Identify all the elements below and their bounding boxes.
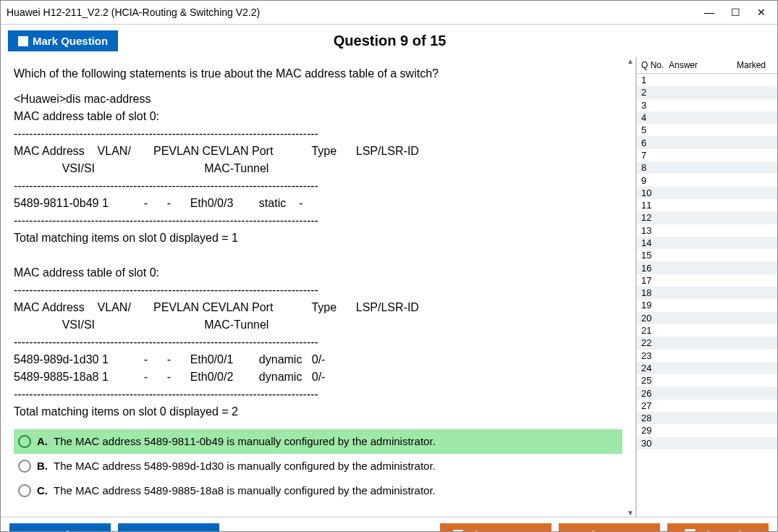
list-row[interactable]: 3 xyxy=(637,99,777,111)
qno-cell: 12 xyxy=(641,212,669,223)
list-row[interactable]: 15 xyxy=(637,249,777,261)
qno-cell: 18 xyxy=(641,287,669,298)
list-row[interactable]: 1 xyxy=(637,74,777,86)
col-qno: Q No. xyxy=(641,60,669,70)
qno-cell: 8 xyxy=(641,162,669,173)
window-controls: — ☐ ✕ xyxy=(699,4,771,21)
window-title: Huawei H12-211_V2.2 (HCIA-Routing & Swit… xyxy=(7,7,260,18)
scroll-up-icon[interactable]: ▲ xyxy=(627,57,634,65)
list-row[interactable]: 21 xyxy=(637,324,777,337)
qno-cell: 29 xyxy=(641,425,669,436)
qno-cell: 22 xyxy=(641,337,669,348)
previous-button[interactable]: < Previous xyxy=(9,523,111,532)
scroll-down-icon[interactable]: ▼ xyxy=(627,509,634,517)
list-row[interactable]: 13 xyxy=(637,224,777,237)
qno-cell: 2 xyxy=(641,87,669,98)
qno-cell: 17 xyxy=(641,275,669,286)
list-row[interactable]: 20 xyxy=(637,312,777,324)
qno-cell: 30 xyxy=(641,438,669,449)
list-row[interactable]: 27 xyxy=(637,400,777,412)
answer-option[interactable]: C.The MAC address 5489-9885-18a8 is manu… xyxy=(14,478,622,503)
qno-cell: 25 xyxy=(641,375,669,386)
show-list-label: Show List xyxy=(700,528,751,532)
question-counter: Question 9 of 15 xyxy=(118,33,661,49)
qno-cell: 14 xyxy=(641,237,669,248)
mark-question-button[interactable]: Mark Question xyxy=(8,30,118,51)
list-row[interactable]: 12 xyxy=(637,211,777,224)
checked-icon: ✓ xyxy=(685,529,695,532)
list-row[interactable]: 4 xyxy=(637,111,777,124)
question-list[interactable]: 1234567891011121314151617181920212223242… xyxy=(637,74,777,517)
qno-cell: 24 xyxy=(641,363,669,373)
qno-cell: 6 xyxy=(641,138,669,148)
list-row[interactable]: 10 xyxy=(637,187,777,199)
list-header: Q No. Answer Marked xyxy=(637,57,777,74)
next-label: Next xyxy=(151,528,175,532)
qno-cell: 4 xyxy=(641,112,669,123)
list-row[interactable]: 17 xyxy=(637,274,777,287)
minimize-button[interactable]: — xyxy=(699,4,719,21)
content-column: ▲ Which of the following statements is t… xyxy=(1,57,636,517)
mark-question-label: Mark Question xyxy=(33,35,108,47)
list-row[interactable]: 16 xyxy=(637,261,777,274)
list-row[interactable]: 29 xyxy=(637,424,777,436)
question-body: Which of the following statements is tru… xyxy=(1,57,635,510)
close-button[interactable]: ✕ xyxy=(751,4,771,21)
list-row[interactable]: 8 xyxy=(637,161,777,174)
checkbox-icon xyxy=(453,530,463,533)
list-row[interactable]: 30 xyxy=(637,437,777,449)
qno-cell: 5 xyxy=(641,124,669,135)
show-answer-button[interactable]: Show Answer xyxy=(440,523,551,532)
list-row[interactable]: 6 xyxy=(637,136,777,148)
list-row[interactable]: 11 xyxy=(637,199,777,211)
chevron-left-icon: < xyxy=(32,528,38,532)
list-row[interactable]: 23 xyxy=(637,350,777,362)
checkbox-icon xyxy=(18,36,28,46)
radio-icon xyxy=(18,460,31,473)
footer: < Previous Next > Show Answer Review ▼ ✓… xyxy=(1,517,777,532)
qno-cell: 19 xyxy=(641,300,669,311)
list-row[interactable]: 9 xyxy=(637,174,777,186)
qno-cell: 26 xyxy=(641,388,669,399)
next-button[interactable]: Next > xyxy=(118,523,219,532)
maximize-button[interactable]: ☐ xyxy=(725,4,745,21)
list-row[interactable]: 14 xyxy=(637,237,777,249)
answer-text: The MAC address 5489-989d-1d30 is manual… xyxy=(54,457,436,475)
qno-cell: 28 xyxy=(641,413,669,423)
answer-text: The MAC address 5489-9811-0b49 is manual… xyxy=(54,433,436,450)
answer-letter: B. xyxy=(37,457,48,475)
col-answer: Answer xyxy=(669,60,712,70)
titlebar: Huawei H12-211_V2.2 (HCIA-Routing & Swit… xyxy=(1,1,777,25)
answer-option[interactable]: B.The MAC address 5489-989d-1d30 is manu… xyxy=(14,454,622,478)
radio-icon xyxy=(18,484,31,497)
list-row[interactable]: 28 xyxy=(637,412,777,424)
qno-cell: 13 xyxy=(641,225,669,236)
question-prompt: Which of the following statements is tru… xyxy=(14,64,622,83)
radio-icon xyxy=(18,435,31,448)
list-row[interactable]: 24 xyxy=(637,362,777,374)
answer-letter: C. xyxy=(37,482,48,499)
qno-cell: 27 xyxy=(641,400,669,411)
list-row[interactable]: 18 xyxy=(637,287,777,299)
list-row[interactable]: 2 xyxy=(637,86,777,98)
chevron-right-icon: > xyxy=(179,528,186,532)
answer-text: The MAC address 5489-9885-18a8 is manual… xyxy=(54,482,436,499)
qno-cell: 7 xyxy=(641,150,669,161)
qno-cell: 10 xyxy=(641,187,669,198)
qno-cell: 1 xyxy=(641,75,669,85)
list-row[interactable]: 19 xyxy=(637,299,777,311)
list-row[interactable]: 26 xyxy=(637,387,777,399)
list-row[interactable]: 5 xyxy=(637,124,777,136)
list-row[interactable]: 25 xyxy=(637,374,777,387)
list-row[interactable]: 22 xyxy=(637,337,777,349)
qno-cell: 21 xyxy=(641,325,669,336)
review-button[interactable]: Review ▼ xyxy=(559,523,660,532)
answers-list: A.The MAC address 5489-9811-0b49 is manu… xyxy=(14,429,622,503)
list-row[interactable]: 7 xyxy=(637,149,777,161)
question-scroll[interactable]: ▲ Which of the following statements is t… xyxy=(1,57,636,517)
cli-output: <Huawei>dis mac-address MAC address tabl… xyxy=(14,90,622,421)
previous-label: Previous xyxy=(43,528,88,532)
answer-option[interactable]: A.The MAC address 5489-9811-0b49 is manu… xyxy=(14,429,622,454)
show-list-button[interactable]: ✓ Show List xyxy=(667,523,769,532)
qno-cell: 15 xyxy=(641,250,669,261)
